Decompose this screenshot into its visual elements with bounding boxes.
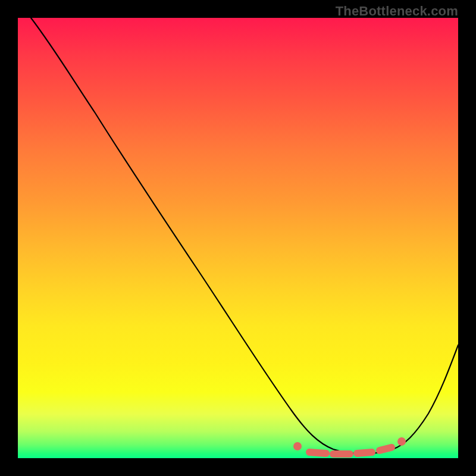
chart-frame: TheBottleneck.com <box>0 0 476 476</box>
chart-svg <box>18 18 458 458</box>
flat-dash-4 <box>380 447 392 450</box>
flat-zone-markers <box>293 437 406 454</box>
watermark-text: TheBottleneck.com <box>336 4 458 19</box>
flat-dash-3 <box>357 452 372 453</box>
plot-area <box>18 18 458 458</box>
marker-dot-right <box>397 437 406 446</box>
bottleneck-curve <box>31 18 458 454</box>
curve-group <box>31 18 458 454</box>
marker-dot-left <box>293 442 302 450</box>
flat-dash-1 <box>309 452 326 453</box>
